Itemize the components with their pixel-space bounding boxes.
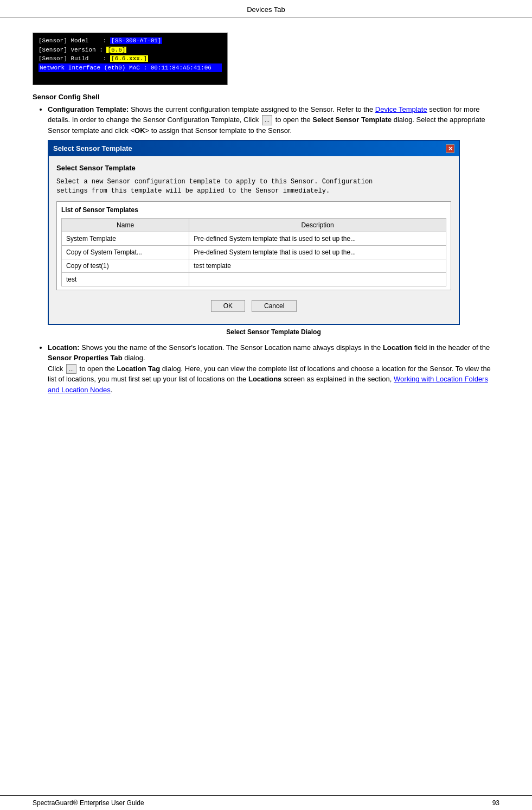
bullet1-text3: to open the: [273, 116, 312, 124]
dialog-description: Select a new Sensor configuration templa…: [56, 177, 451, 196]
bullet2-bold1: Location: [383, 343, 412, 352]
bullet-location: Location: Shows you the name of the Sens…: [48, 342, 499, 396]
bullet2-text8: .: [111, 386, 113, 394]
bullet1-text5: > to assign that Sensor template to the …: [145, 126, 292, 135]
bullet2-label: Location:: [48, 343, 80, 352]
page-content: [Sensor] Model : [SS-300-AT-01] [Sensor]…: [0, 27, 532, 433]
ok-button[interactable]: OK: [211, 300, 245, 312]
bullet2-text1: Shows you the name of the Sensor's locat…: [80, 343, 383, 352]
page-header: Devices Tab: [0, 0, 532, 17]
footer-center: SpectraGuard® Enterprise User Guide: [33, 799, 144, 807]
table-cell-description: [189, 272, 446, 286]
select-sensor-template-dialog: Select Sensor Template ✕ Select Sensor T…: [48, 140, 460, 325]
bullet2-bold2: Sensor Properties Tab: [48, 354, 123, 362]
device-template-link[interactable]: Device Template: [375, 105, 427, 113]
dialog-body: Select Sensor Template Select a new Sens…: [49, 156, 459, 324]
footer-page: 93: [492, 799, 499, 807]
table-cell-name: System Template: [62, 232, 189, 245]
page-footer: SpectraGuard® Enterprise User Guide 93: [0, 795, 532, 810]
open-template-btn[interactable]: ...: [262, 115, 272, 125]
bullet2-bold3: Location Tag: [117, 365, 160, 373]
table-cell-description: Pre-defined System template that is used…: [189, 232, 446, 245]
table-cell-name: Copy of System Templat...: [62, 245, 189, 259]
dialog-title: Select Sensor Template: [53, 143, 132, 154]
table-cell-description: test template: [189, 259, 446, 272]
table-row[interactable]: System TemplatePre-defined System templa…: [62, 232, 446, 245]
col-header-name: Name: [62, 218, 189, 232]
bullet-list: Configuration Template: Shows the curren…: [33, 104, 499, 396]
bullet-config-template: Configuration Template: Shows the curren…: [48, 104, 499, 337]
dialog-close-button[interactable]: ✕: [446, 144, 454, 153]
dialog-desc-line2: settings from this template will be appl…: [56, 187, 330, 195]
bullet2-text2: field in the header of the: [412, 343, 490, 352]
bullet2-text4: Click: [48, 365, 65, 373]
dialog-caption: Select Sensor Template Dialog: [48, 327, 499, 337]
bullet2-text7: screen as explained in the section,: [281, 375, 394, 383]
open-location-btn[interactable]: ...: [66, 364, 76, 374]
table-row[interactable]: test: [62, 272, 446, 286]
table-cell-name: Copy of test(1): [62, 259, 189, 272]
bold-ok: OK: [134, 126, 145, 135]
terminal-image: [Sensor] Model : [SS-300-AT-01] [Sensor]…: [33, 33, 228, 85]
header-title: Devices Tab: [247, 5, 285, 14]
template-table: Name Description System TemplatePre-defi…: [61, 218, 446, 286]
bold-select-sensor: Select Sensor Template: [312, 116, 392, 124]
dialog-titlebar: Select Sensor Template ✕: [49, 141, 459, 156]
table-cell-description: Pre-defined System template that is used…: [189, 245, 446, 259]
dialog-desc-line1: Select a new Sensor configuration templa…: [56, 178, 373, 186]
dialog-wrapper: Select Sensor Template ✕ Select Sensor T…: [48, 140, 499, 337]
dialog-footer: OK Cancel: [56, 296, 451, 317]
table-row[interactable]: Copy of test(1)test template: [62, 259, 446, 272]
list-group: List of Sensor Templates Name Descriptio…: [56, 201, 451, 290]
bullet1-text1: Shows the current configuration template…: [129, 105, 375, 113]
dialog-section-title: Select Sensor Template: [56, 163, 451, 174]
bullet2-bold4: Locations: [248, 375, 281, 383]
cancel-button[interactable]: Cancel: [252, 300, 297, 312]
bullet1-label: Configuration Template:: [48, 105, 129, 113]
col-header-description: Description: [189, 218, 446, 232]
bullet2-text5: to open the: [78, 365, 117, 373]
table-row[interactable]: Copy of System Templat...Pre-defined Sys…: [62, 245, 446, 259]
table-cell-name: test: [62, 272, 189, 286]
bullet2-text3: dialog.: [123, 354, 145, 362]
section-title: Sensor Config Shell: [33, 93, 499, 101]
list-group-title: List of Sensor Templates: [61, 205, 446, 215]
